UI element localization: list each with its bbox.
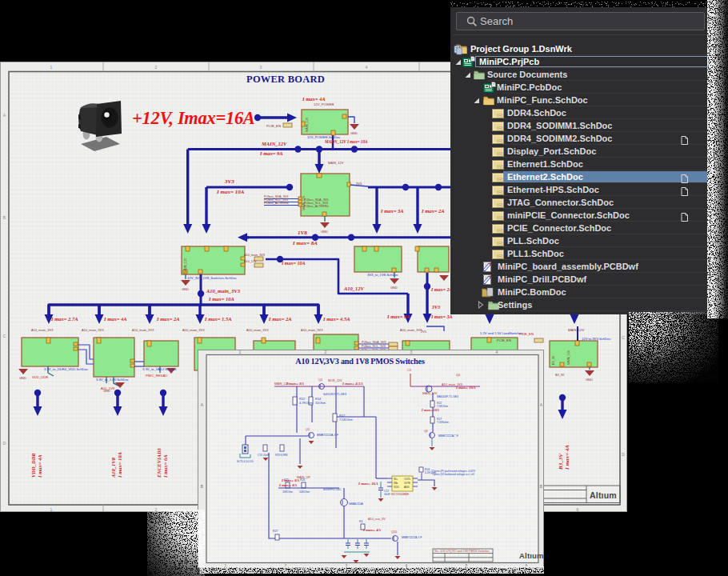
svg-text:Pi2bus_SDA_3V3: Pi2bus_SDA_3V3 xyxy=(362,341,386,344)
svg-text:12V_POWER: 12V_POWER xyxy=(314,102,334,106)
svg-text:R19 6.98K: R19 6.98K xyxy=(275,454,288,457)
svg-text:Altıum: Altıum xyxy=(519,551,544,560)
svg-text:MIC74900MME: MIC74900MME xyxy=(391,493,409,496)
svg-text:MAIN_12V: MAIN_12V xyxy=(302,195,306,210)
svg-text:MAIN_12V: MAIN_12V xyxy=(328,161,344,165)
svg-text:A10_main_3V3: A10_main_3V3 xyxy=(246,328,269,332)
svg-text:GND: GND xyxy=(19,376,26,380)
svg-text:VDD: VDD xyxy=(394,486,399,489)
svg-text:B3_3V: B3_3V xyxy=(558,453,564,470)
svg-text:12V_3V3_1V8_Switches.SchDoc: 12V_3V3_1V8_Switches.SchDoc xyxy=(187,276,237,280)
svg-text:GND: GND xyxy=(103,389,110,393)
svg-text:A10_main_3V8: A10_main_3V8 xyxy=(400,328,422,332)
svg-text:1: 1 xyxy=(239,350,242,354)
svg-text:1: 1 xyxy=(50,507,53,512)
svg-text:A10_12V: A10_12V xyxy=(244,260,257,263)
svg-text:A10_aux_3V: A10_aux_3V xyxy=(368,518,386,521)
svg-text:Q4: Q4 xyxy=(456,374,460,377)
svg-text:3V3_to_1V8.SchDoc: 3V3_to_1V8.SchDoc xyxy=(367,273,398,277)
svg-text:POWER BOARD: POWER BOARD xyxy=(246,74,325,85)
svg-text:A10_main_3V3: A10_main_3V3 xyxy=(132,328,154,332)
svg-text:2V5: 2V5 xyxy=(421,330,427,334)
svg-text:I max= 10A: I max= 10A xyxy=(281,261,305,266)
svg-text:MAIN_12V: MAIN_12V xyxy=(306,117,309,132)
svg-text:12V to 3V3.SchDoc: 12V to 3V3.SchDoc xyxy=(582,337,611,341)
svg-text:A10_main_3V3: A10_main_3V3 xyxy=(244,254,265,257)
svg-text:I max= 2.7A: I max= 2.7A xyxy=(50,316,78,322)
svg-text:I max= 4.5A: I max= 4.5A xyxy=(322,316,350,322)
svg-text:R4: R4 xyxy=(359,520,362,523)
svg-text:MAIN_12V: MAIN_12V xyxy=(567,350,570,365)
svg-text:MAIN_12V: MAIN_12V xyxy=(568,328,584,332)
svg-text:10KOhm: 10KOhm xyxy=(282,490,293,494)
svg-text:C15 10nF: C15 10nF xyxy=(258,454,269,457)
svg-text:3.3V_to_DDR4_VDD.SchDoc: 3.3V_to_DDR4_VDD.SchDoc xyxy=(44,367,88,371)
svg-text:10Ohm: 10Ohm xyxy=(315,401,326,405)
svg-text:OUTs: OUTs xyxy=(404,478,410,481)
svg-text:MOS_12V: MOS_12V xyxy=(328,379,342,382)
svg-text:3V3: 3V3 xyxy=(224,178,234,185)
svg-text:6: 6 xyxy=(577,507,579,512)
svg-text:I max= 9A: I max= 9A xyxy=(259,150,283,156)
svg-text:I max= 2A: I max= 2A xyxy=(421,208,445,214)
svg-text:I max= 10A: I max= 10A xyxy=(208,296,235,302)
svg-text:D: D xyxy=(3,441,6,446)
svg-text:I max= 10A: I max= 10A xyxy=(455,386,476,390)
svg-text:MADN_12V: MADN_12V xyxy=(324,139,346,144)
svg-text:C: C xyxy=(3,334,6,338)
svg-text:INb: INb xyxy=(394,482,398,485)
svg-text:SMA6J15A: SMA6J15A xyxy=(349,502,363,506)
svg-text:2: 2 xyxy=(155,65,158,70)
svg-text:4: 4 xyxy=(366,65,368,70)
svg-text:3V3: 3V3 xyxy=(431,305,440,310)
svg-text:I max= 8A: I max= 8A xyxy=(278,483,298,487)
svg-text:3: 3 xyxy=(410,350,413,354)
svg-text:A10_12V: A10_12V xyxy=(343,286,365,291)
svg-text:MMBT2222A-7-F: MMBT2222A-7-F xyxy=(402,536,422,539)
svg-text:I max= 1.5A: I max= 1.5A xyxy=(204,316,232,322)
svg-text:I max= 3A: I max= 3A xyxy=(380,208,404,214)
svg-text:SCTL4-10-1G: SCTL4-10-1G xyxy=(237,460,254,463)
svg-text:+12V, Imax=16A: +12V, Imax=16A xyxy=(132,108,255,128)
svg-text:I max= 2A: I max= 2A xyxy=(156,316,180,322)
svg-text:C: C xyxy=(622,335,625,340)
svg-text:A10_main_3V3: A10_main_3V3 xyxy=(31,328,54,332)
svg-text:I max= 10A: I max= 10A xyxy=(346,139,368,144)
svg-text:MGSFF5T-06C: MGSFF5T-06C xyxy=(323,488,342,491)
svg-text:I max= 3A: I max= 3A xyxy=(430,314,452,319)
svg-text:Pi2bus_ALTERRb: Pi2bus_ALTERRb xyxy=(304,205,329,208)
svg-text:Si4103DY-T1-GE3: Si4103DY-T1-GE3 xyxy=(323,393,346,396)
svg-text:4.7KOhm: 4.7KOhm xyxy=(299,401,314,405)
svg-text:C3: C3 xyxy=(407,369,411,372)
svg-text:GND: GND xyxy=(390,286,398,290)
svg-text:PCIE_EN: PCIE_EN xyxy=(497,338,511,342)
svg-text:R27: R27 xyxy=(273,530,278,533)
svg-text:I max= 4.5A: I max= 4.5A xyxy=(342,382,363,386)
svg-text:I max= 9A: I max= 9A xyxy=(386,314,410,319)
svg-text:3: 3 xyxy=(260,65,262,70)
svg-text:GND: GND xyxy=(182,287,189,291)
svg-text:MAIN_12V: MAIN_12V xyxy=(261,141,287,146)
svg-text:10KOhm: 10KOhm xyxy=(299,490,310,494)
svg-text:I max= 4A: I max= 4A xyxy=(564,445,570,470)
svg-text:A10_1V8: A10_1V8 xyxy=(110,457,116,478)
svg-text:I max= 2A: I max= 2A xyxy=(430,287,452,292)
svg-text:Altıum: Altıum xyxy=(590,490,617,500)
svg-text:Pi2bus_SCL_3V3: Pi2bus_SCL_3V3 xyxy=(362,345,386,348)
svg-text:PMIC_RESAD: PMIC_RESAD xyxy=(146,374,167,378)
svg-text:Q10: Q10 xyxy=(391,530,397,534)
svg-text:D: D xyxy=(622,452,625,457)
svg-text:VDD_DDR: VDD_DDR xyxy=(32,375,48,379)
svg-text:3V3: 3V3 xyxy=(356,182,362,186)
svg-text:I max= 4A: I max= 4A xyxy=(362,528,382,532)
svg-text:MAIN_12V: MAIN_12V xyxy=(422,392,438,395)
svg-text:I max= 10A: I max= 10A xyxy=(117,451,122,478)
svg-text:A10_main_3V3: A10_main_3V3 xyxy=(182,328,205,332)
svg-text:I max= 4A: I max= 4A xyxy=(37,454,42,478)
svg-text:1VTE: 1VTE xyxy=(404,482,410,485)
svg-text:*Opens (V) footbound voltage a: *Opens (V) footbound voltage a.c/-.eV xyxy=(431,473,475,476)
svg-text:I max= 8A: I max= 8A xyxy=(292,240,318,246)
svg-text:VDD_DDR: VDD_DDR xyxy=(30,453,36,478)
svg-text:PCIE_EN: PCIE_EN xyxy=(266,124,281,128)
svg-text:B3_3V: B3_3V xyxy=(555,374,565,377)
